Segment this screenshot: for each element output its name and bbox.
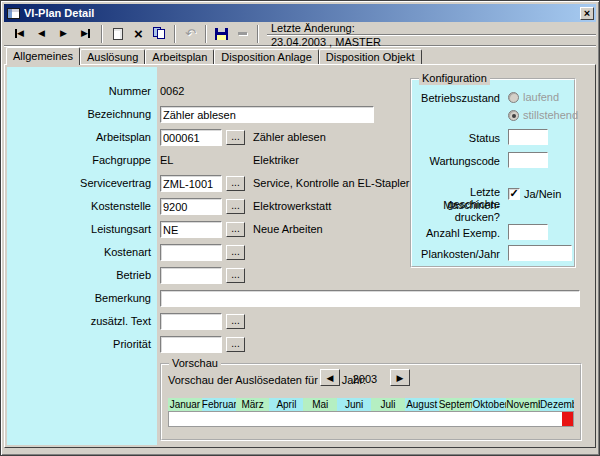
save-icon: [215, 28, 228, 40]
nummer-label: Nummer: [5, 83, 151, 100]
bezeichnung-label: Bezeichnung: [5, 106, 151, 123]
konfiguration-groupbox: Konfiguration Betriebszustand laufend st…: [410, 78, 576, 268]
kostenstelle-desc: Elektrowerkstatt: [253, 198, 331, 215]
zusaetzl-text-label: zusätzl. Text: [5, 313, 151, 330]
checkbox-ja-nein[interactable]: ✓ Ja/Nein: [508, 188, 561, 200]
status-label: Status: [412, 132, 500, 145]
first-record-button[interactable]: ◀: [9, 24, 30, 44]
tab-ausloesung[interactable]: Auslösung: [80, 49, 145, 64]
last-record-icon: [88, 29, 90, 38]
servicevertrag-browse-button[interactable]: ...: [226, 176, 245, 191]
plankosten-label: Plankosten/Jahr: [412, 248, 500, 261]
prioritaet-browse-button[interactable]: ...: [226, 337, 245, 352]
minus-icon: [238, 32, 247, 35]
betrieb-input[interactable]: [160, 267, 222, 284]
new-document-icon: [113, 28, 123, 40]
tab-arbeitsplan[interactable]: Arbeitsplan: [145, 49, 214, 64]
wartungscode-input[interactable]: [508, 152, 548, 168]
app-icon: [7, 8, 20, 19]
tab-allgemeines[interactable]: Allgemeines: [6, 47, 80, 65]
prioritaet-label: Priorität: [5, 336, 151, 353]
betriebszustand-label: Betriebszustand: [412, 92, 500, 105]
month-header-cell: Januar: [168, 398, 202, 411]
servicevertrag-desc: Service, Kontrolle an EL-Stapler: [253, 175, 410, 192]
timeline-track: [169, 412, 562, 426]
servicevertrag-label: Servicevertrag: [5, 175, 151, 192]
month-header-cell: August: [405, 398, 439, 411]
month-header-cell: Novemb.: [506, 398, 540, 411]
month-header-cell: Februar: [202, 398, 236, 411]
prioritaet-input[interactable]: [160, 336, 222, 353]
kostenstelle-browse-button[interactable]: ...: [226, 199, 245, 214]
tab-disposition-objekt[interactable]: Disposition Objekt: [319, 49, 422, 64]
new-record-button[interactable]: [107, 24, 128, 44]
betrieb-label: Betrieb: [5, 267, 151, 284]
bezeichnung-input[interactable]: [160, 106, 374, 123]
zusaetzl-text-browse-button[interactable]: ...: [226, 314, 245, 329]
tabstrip: Allgemeines Auslösung Arbeitsplan Dispos…: [4, 46, 596, 64]
bemerkung-input[interactable]: [160, 290, 580, 307]
plankosten-input[interactable]: [508, 245, 572, 261]
year-next-button[interactable]: ▶: [390, 369, 410, 386]
leistungsart-browse-button[interactable]: ...: [226, 222, 245, 237]
anzahl-exemp-input[interactable]: [508, 224, 548, 240]
timeline-marker: [562, 412, 573, 426]
arbeitsplan-label: Arbeitsplan: [5, 129, 151, 146]
tab-page-allgemeines: Nummer 0062 Bezeichnung Arbeitsplan ... …: [4, 64, 596, 448]
kostenart-label: Kostenart: [5, 244, 151, 261]
copy-record-button[interactable]: [149, 24, 170, 44]
field-betrieb: Betrieb ...: [5, 267, 595, 285]
minus-button[interactable]: [232, 24, 253, 44]
vorschau-groupbox: Vorschau Vorschau der Auslösedaten für d…: [160, 363, 582, 441]
fachgruppe-label: Fachgruppe: [5, 152, 151, 169]
toolbar-separator: [257, 25, 259, 43]
radio-laufend-icon: [508, 92, 519, 103]
chevron-right-icon: ▶: [397, 373, 404, 383]
kostenart-input[interactable]: [160, 244, 222, 261]
checkbox-icon: ✓: [508, 188, 520, 200]
previous-record-button[interactable]: ◀: [31, 24, 52, 44]
close-button[interactable]: ×: [580, 7, 594, 20]
next-record-button[interactable]: ▶: [53, 24, 74, 44]
titlebar: VI-Plan Detail ×: [4, 4, 596, 22]
timeline-bar: [168, 411, 574, 427]
save-button[interactable]: [211, 24, 232, 44]
tab-disposition-anlage[interactable]: Disposition Anlage: [214, 49, 319, 64]
servicevertrag-input[interactable]: [160, 175, 222, 192]
month-header-cell: Septemb.: [439, 398, 473, 411]
arbeitsplan-browse-button[interactable]: ...: [226, 130, 245, 145]
wartungscode-label: Wartungscode: [412, 155, 500, 168]
field-zusaetzl-text: zusätzl. Text ...: [5, 313, 595, 331]
maschinengeschichte-label-line2: geschichte drucken?: [412, 198, 500, 224]
previous-record-icon: ◀: [38, 29, 45, 38]
year-value: 2003: [344, 373, 386, 385]
year-prev-button[interactable]: ◀: [320, 369, 340, 386]
undo-button[interactable]: ↶: [180, 24, 201, 44]
close-icon: ×: [584, 8, 590, 19]
last-record-button[interactable]: ▶: [75, 24, 96, 44]
undo-icon: ↶: [185, 27, 196, 40]
copy-icon: [153, 27, 166, 40]
anzahl-exemp-label: Anzahl Exemp.: [412, 227, 500, 240]
record-nav-group: ◀ ◀ ▶ ▶: [9, 24, 97, 44]
field-prioritaet: Priorität ...: [5, 336, 595, 354]
month-header-cell: Juli: [371, 398, 405, 411]
month-header-cell: Juni: [337, 398, 371, 411]
window-title: VI-Plan Detail: [24, 7, 580, 19]
radio-laufend[interactable]: laufend: [508, 91, 559, 103]
zusaetzl-text-input[interactable]: [160, 313, 222, 330]
leistungsart-input[interactable]: [160, 221, 222, 238]
chevron-left-icon: ◀: [327, 373, 334, 383]
delete-record-button[interactable]: ×: [128, 24, 149, 44]
kostenstelle-label: Kostenstelle: [5, 198, 151, 215]
status-input[interactable]: [508, 129, 548, 145]
kostenstelle-input[interactable]: [160, 198, 222, 215]
vorschau-title: Vorschau: [169, 357, 221, 370]
kostenart-browse-button[interactable]: ...: [226, 245, 245, 260]
arbeitsplan-input[interactable]: [160, 129, 222, 146]
radio-stillstehend[interactable]: stillstehend: [508, 109, 578, 121]
betrieb-browse-button[interactable]: ...: [226, 268, 245, 283]
radio-stillstehend-icon: [508, 110, 519, 121]
month-header-cell: März: [236, 398, 270, 411]
month-header-cell: Oktober: [472, 398, 506, 411]
